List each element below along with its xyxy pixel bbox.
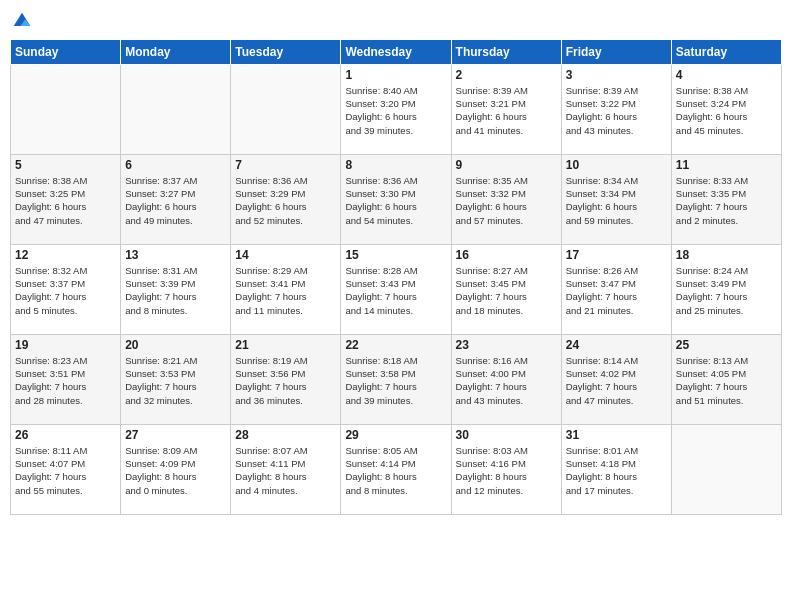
day-info: Sunrise: 8:27 AM Sunset: 3:45 PM Dayligh… [456, 264, 557, 317]
day-number: 6 [125, 158, 226, 172]
day-number: 16 [456, 248, 557, 262]
calendar-cell: 4Sunrise: 8:38 AM Sunset: 3:24 PM Daylig… [671, 64, 781, 154]
calendar-week-row: 26Sunrise: 8:11 AM Sunset: 4:07 PM Dayli… [11, 424, 782, 514]
page-container: SundayMondayTuesdayWednesdayThursdayFrid… [0, 0, 792, 612]
day-info: Sunrise: 8:32 AM Sunset: 3:37 PM Dayligh… [15, 264, 116, 317]
day-info: Sunrise: 8:03 AM Sunset: 4:16 PM Dayligh… [456, 444, 557, 497]
day-info: Sunrise: 8:01 AM Sunset: 4:18 PM Dayligh… [566, 444, 667, 497]
day-number: 18 [676, 248, 777, 262]
day-info: Sunrise: 8:39 AM Sunset: 3:21 PM Dayligh… [456, 84, 557, 137]
calendar-cell: 26Sunrise: 8:11 AM Sunset: 4:07 PM Dayli… [11, 424, 121, 514]
day-number: 30 [456, 428, 557, 442]
calendar-table: SundayMondayTuesdayWednesdayThursdayFrid… [10, 39, 782, 515]
weekday-header: Wednesday [341, 39, 451, 64]
calendar-week-row: 12Sunrise: 8:32 AM Sunset: 3:37 PM Dayli… [11, 244, 782, 334]
calendar-cell: 17Sunrise: 8:26 AM Sunset: 3:47 PM Dayli… [561, 244, 671, 334]
calendar-cell [671, 424, 781, 514]
day-info: Sunrise: 8:28 AM Sunset: 3:43 PM Dayligh… [345, 264, 446, 317]
day-info: Sunrise: 8:13 AM Sunset: 4:05 PM Dayligh… [676, 354, 777, 407]
weekday-header: Sunday [11, 39, 121, 64]
calendar-cell: 16Sunrise: 8:27 AM Sunset: 3:45 PM Dayli… [451, 244, 561, 334]
calendar-cell [231, 64, 341, 154]
weekday-header: Friday [561, 39, 671, 64]
day-number: 9 [456, 158, 557, 172]
day-number: 17 [566, 248, 667, 262]
logo-icon [12, 11, 32, 31]
calendar-cell: 30Sunrise: 8:03 AM Sunset: 4:16 PM Dayli… [451, 424, 561, 514]
calendar-cell: 11Sunrise: 8:33 AM Sunset: 3:35 PM Dayli… [671, 154, 781, 244]
day-number: 25 [676, 338, 777, 352]
calendar-cell: 2Sunrise: 8:39 AM Sunset: 3:21 PM Daylig… [451, 64, 561, 154]
calendar-cell: 21Sunrise: 8:19 AM Sunset: 3:56 PM Dayli… [231, 334, 341, 424]
calendar-cell: 29Sunrise: 8:05 AM Sunset: 4:14 PM Dayli… [341, 424, 451, 514]
day-info: Sunrise: 8:35 AM Sunset: 3:32 PM Dayligh… [456, 174, 557, 227]
calendar-week-row: 5Sunrise: 8:38 AM Sunset: 3:25 PM Daylig… [11, 154, 782, 244]
day-number: 2 [456, 68, 557, 82]
calendar-cell: 3Sunrise: 8:39 AM Sunset: 3:22 PM Daylig… [561, 64, 671, 154]
day-number: 1 [345, 68, 446, 82]
calendar-cell: 14Sunrise: 8:29 AM Sunset: 3:41 PM Dayli… [231, 244, 341, 334]
calendar-cell: 5Sunrise: 8:38 AM Sunset: 3:25 PM Daylig… [11, 154, 121, 244]
day-info: Sunrise: 8:40 AM Sunset: 3:20 PM Dayligh… [345, 84, 446, 137]
weekday-header: Thursday [451, 39, 561, 64]
calendar-cell: 1Sunrise: 8:40 AM Sunset: 3:20 PM Daylig… [341, 64, 451, 154]
calendar-cell: 9Sunrise: 8:35 AM Sunset: 3:32 PM Daylig… [451, 154, 561, 244]
calendar-cell: 28Sunrise: 8:07 AM Sunset: 4:11 PM Dayli… [231, 424, 341, 514]
calendar-cell [11, 64, 121, 154]
calendar-cell: 6Sunrise: 8:37 AM Sunset: 3:27 PM Daylig… [121, 154, 231, 244]
day-info: Sunrise: 8:11 AM Sunset: 4:07 PM Dayligh… [15, 444, 116, 497]
day-info: Sunrise: 8:26 AM Sunset: 3:47 PM Dayligh… [566, 264, 667, 317]
calendar-cell: 15Sunrise: 8:28 AM Sunset: 3:43 PM Dayli… [341, 244, 451, 334]
day-number: 15 [345, 248, 446, 262]
weekday-header: Monday [121, 39, 231, 64]
calendar-cell: 22Sunrise: 8:18 AM Sunset: 3:58 PM Dayli… [341, 334, 451, 424]
calendar-week-row: 19Sunrise: 8:23 AM Sunset: 3:51 PM Dayli… [11, 334, 782, 424]
weekday-header-row: SundayMondayTuesdayWednesdayThursdayFrid… [11, 39, 782, 64]
day-number: 8 [345, 158, 446, 172]
calendar-cell: 27Sunrise: 8:09 AM Sunset: 4:09 PM Dayli… [121, 424, 231, 514]
calendar-cell: 31Sunrise: 8:01 AM Sunset: 4:18 PM Dayli… [561, 424, 671, 514]
day-number: 31 [566, 428, 667, 442]
day-info: Sunrise: 8:29 AM Sunset: 3:41 PM Dayligh… [235, 264, 336, 317]
day-number: 11 [676, 158, 777, 172]
weekday-header: Tuesday [231, 39, 341, 64]
day-info: Sunrise: 8:33 AM Sunset: 3:35 PM Dayligh… [676, 174, 777, 227]
day-info: Sunrise: 8:39 AM Sunset: 3:22 PM Dayligh… [566, 84, 667, 137]
day-number: 12 [15, 248, 116, 262]
day-info: Sunrise: 8:19 AM Sunset: 3:56 PM Dayligh… [235, 354, 336, 407]
day-number: 26 [15, 428, 116, 442]
calendar-cell: 25Sunrise: 8:13 AM Sunset: 4:05 PM Dayli… [671, 334, 781, 424]
day-number: 22 [345, 338, 446, 352]
calendar-cell: 24Sunrise: 8:14 AM Sunset: 4:02 PM Dayli… [561, 334, 671, 424]
day-info: Sunrise: 8:31 AM Sunset: 3:39 PM Dayligh… [125, 264, 226, 317]
day-info: Sunrise: 8:09 AM Sunset: 4:09 PM Dayligh… [125, 444, 226, 497]
day-number: 13 [125, 248, 226, 262]
day-info: Sunrise: 8:37 AM Sunset: 3:27 PM Dayligh… [125, 174, 226, 227]
day-info: Sunrise: 8:36 AM Sunset: 3:30 PM Dayligh… [345, 174, 446, 227]
header [10, 10, 782, 31]
day-info: Sunrise: 8:14 AM Sunset: 4:02 PM Dayligh… [566, 354, 667, 407]
day-number: 24 [566, 338, 667, 352]
calendar-cell: 18Sunrise: 8:24 AM Sunset: 3:49 PM Dayli… [671, 244, 781, 334]
calendar-cell: 23Sunrise: 8:16 AM Sunset: 4:00 PM Dayli… [451, 334, 561, 424]
day-number: 3 [566, 68, 667, 82]
calendar-cell: 19Sunrise: 8:23 AM Sunset: 3:51 PM Dayli… [11, 334, 121, 424]
day-info: Sunrise: 8:23 AM Sunset: 3:51 PM Dayligh… [15, 354, 116, 407]
calendar-cell: 20Sunrise: 8:21 AM Sunset: 3:53 PM Dayli… [121, 334, 231, 424]
calendar-cell: 12Sunrise: 8:32 AM Sunset: 3:37 PM Dayli… [11, 244, 121, 334]
day-info: Sunrise: 8:05 AM Sunset: 4:14 PM Dayligh… [345, 444, 446, 497]
day-info: Sunrise: 8:38 AM Sunset: 3:24 PM Dayligh… [676, 84, 777, 137]
day-info: Sunrise: 8:21 AM Sunset: 3:53 PM Dayligh… [125, 354, 226, 407]
calendar-cell [121, 64, 231, 154]
day-info: Sunrise: 8:16 AM Sunset: 4:00 PM Dayligh… [456, 354, 557, 407]
calendar-cell: 10Sunrise: 8:34 AM Sunset: 3:34 PM Dayli… [561, 154, 671, 244]
day-info: Sunrise: 8:34 AM Sunset: 3:34 PM Dayligh… [566, 174, 667, 227]
calendar-cell: 8Sunrise: 8:36 AM Sunset: 3:30 PM Daylig… [341, 154, 451, 244]
day-number: 20 [125, 338, 226, 352]
day-info: Sunrise: 8:36 AM Sunset: 3:29 PM Dayligh… [235, 174, 336, 227]
day-number: 4 [676, 68, 777, 82]
calendar-week-row: 1Sunrise: 8:40 AM Sunset: 3:20 PM Daylig… [11, 64, 782, 154]
day-info: Sunrise: 8:07 AM Sunset: 4:11 PM Dayligh… [235, 444, 336, 497]
day-number: 5 [15, 158, 116, 172]
weekday-header: Saturday [671, 39, 781, 64]
